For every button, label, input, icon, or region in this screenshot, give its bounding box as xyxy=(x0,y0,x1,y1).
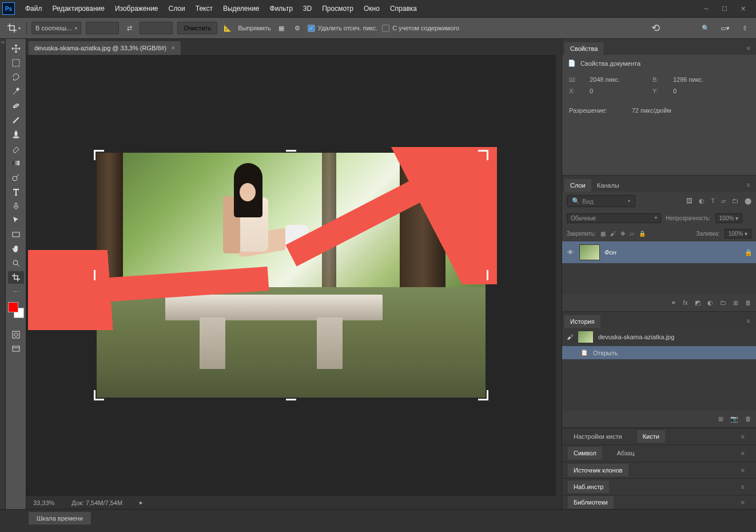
spot-healing-tool[interactable] xyxy=(8,100,24,112)
minimize-icon[interactable]: ─ xyxy=(702,5,710,13)
menu-view[interactable]: Просмотр xyxy=(317,1,358,16)
panel-menu-icon[interactable]: ≡ xyxy=(741,178,756,192)
screen-mode-tool[interactable] xyxy=(8,343,24,355)
brush-tool[interactable] xyxy=(8,114,24,126)
search-icon[interactable]: 🔍 xyxy=(700,22,711,34)
tab-timeline[interactable]: Шкала времени xyxy=(29,512,91,525)
menu-file[interactable]: Файл xyxy=(21,1,47,16)
tab-clone-source[interactable]: Источник клонов xyxy=(568,464,628,477)
close-tab-icon[interactable]: × xyxy=(171,44,175,52)
clear-button[interactable]: Очистить xyxy=(177,22,217,34)
document-tab[interactable]: devuska-skama-aziatka.jpg @ 33,3% (RGB/8… xyxy=(29,41,181,55)
lock-transparency-icon[interactable]: ▦ xyxy=(600,231,606,237)
filter-adjust-icon[interactable]: ◐ xyxy=(699,197,705,205)
menu-layer[interactable]: Слои xyxy=(164,1,190,16)
menu-filter[interactable]: Фильтр xyxy=(265,1,297,16)
filter-shape-icon[interactable]: ▱ xyxy=(721,197,726,205)
opacity-input[interactable]: 100% ▾ xyxy=(715,213,742,223)
mask-icon[interactable]: ◩ xyxy=(695,299,701,307)
history-step-open[interactable]: 📋 Открыть xyxy=(562,346,756,359)
maximize-icon[interactable]: ☐ xyxy=(721,5,729,13)
layer-filter-dropdown[interactable]: 🔍 Вид▾ xyxy=(567,195,635,207)
filter-toggle-icon[interactable]: ⬤ xyxy=(745,197,751,205)
gear-icon[interactable]: ⚙ xyxy=(292,22,303,34)
zoom-level[interactable]: 33,33% xyxy=(33,499,54,506)
gradient-tool[interactable] xyxy=(8,157,24,169)
foreground-color[interactable] xyxy=(8,302,18,312)
edit-toolbar[interactable]: ⋯ xyxy=(8,285,24,298)
dodge-tool[interactable] xyxy=(8,171,24,184)
left-collapsed-panel[interactable] xyxy=(0,39,6,509)
magic-wand-tool[interactable] xyxy=(8,85,24,98)
layer-thumbnail[interactable] xyxy=(579,244,600,260)
link-layers-icon[interactable]: ⚭ xyxy=(671,299,676,307)
blend-mode-dropdown[interactable]: Обычные ▾ xyxy=(567,213,661,223)
menu-3d[interactable]: 3D xyxy=(299,1,316,16)
grid-icon[interactable]: ▦ xyxy=(276,22,287,34)
new-doc-icon[interactable]: ⊞ xyxy=(718,415,723,423)
lock-paint-icon[interactable]: 🖌 xyxy=(610,231,616,237)
color-picker[interactable] xyxy=(8,302,24,318)
tab-history[interactable]: История xyxy=(564,315,600,328)
share-icon[interactable]: ⇧ xyxy=(739,22,750,34)
lasso-tool[interactable] xyxy=(8,71,24,84)
delete-icon[interactable]: 🗑 xyxy=(745,415,751,423)
menu-type[interactable]: Текст xyxy=(191,1,217,16)
aspect-ratio-dropdown[interactable]: В соотнош...▾ xyxy=(31,22,81,34)
viewport[interactable] xyxy=(26,55,556,495)
tab-paragraph[interactable]: Абзац xyxy=(611,447,640,459)
tab-tool-presets[interactable]: Наб.инстр xyxy=(568,481,609,493)
tab-channels[interactable]: Каналы xyxy=(591,179,625,192)
panel-menu-icon[interactable]: ≡ xyxy=(741,314,756,328)
straighten-icon[interactable]: 📐 xyxy=(222,22,233,34)
delete-pixels-checkbox[interactable]: ✓Удалить отсеч. пикс. xyxy=(308,25,378,32)
canvas-image[interactable] xyxy=(97,153,486,398)
filter-smart-icon[interactable]: 🗀 xyxy=(732,197,738,205)
crop-tool[interactable] xyxy=(8,271,24,284)
crop-tool-icon[interactable]: ▾ xyxy=(6,21,22,35)
layer-background[interactable]: 👁 Фон 🔒 xyxy=(562,241,756,263)
menu-edit[interactable]: Редактирование xyxy=(48,1,109,16)
menu-help[interactable]: Справка xyxy=(385,1,421,16)
visibility-icon[interactable]: 👁 xyxy=(566,249,575,256)
status-more-icon[interactable]: ▸ xyxy=(140,499,143,506)
fill-input[interactable]: 100% ▾ xyxy=(725,229,751,239)
panel-menu-icon[interactable]: ≡ xyxy=(735,430,750,443)
marquee-tool[interactable] xyxy=(8,57,24,69)
tab-character[interactable]: Символ xyxy=(568,447,602,459)
eraser-tool[interactable] xyxy=(8,142,24,155)
lock-artboard-icon[interactable]: ▱ xyxy=(630,231,634,237)
path-selection-tool[interactable] xyxy=(8,214,24,227)
history-brush-icon[interactable]: 🖌 xyxy=(567,334,573,340)
tab-libraries[interactable]: Библиотеки xyxy=(568,496,614,509)
menu-window[interactable]: Окно xyxy=(359,1,384,16)
zoom-tool[interactable] xyxy=(8,257,24,269)
panel-menu-icon[interactable]: ≡ xyxy=(735,495,750,509)
panel-menu-icon[interactable]: ≡ xyxy=(735,480,750,494)
lock-all-icon[interactable]: 🔒 xyxy=(639,231,646,237)
delete-icon[interactable]: 🗑 xyxy=(745,299,751,307)
tab-layers[interactable]: Слои xyxy=(564,179,591,192)
quick-mask-tool[interactable] xyxy=(8,328,24,341)
lock-icon[interactable]: 🔒 xyxy=(745,249,753,256)
snapshot-icon[interactable]: 📷 xyxy=(730,415,738,423)
fx-icon[interactable]: fx xyxy=(683,299,688,307)
tab-brushes[interactable]: Кисти xyxy=(637,430,665,443)
tab-brush-settings[interactable]: Настройки кисти xyxy=(568,430,628,443)
reset-icon[interactable]: ⟲ xyxy=(650,22,661,34)
panel-menu-icon[interactable]: ≡ xyxy=(735,463,750,477)
crop-width-input[interactable] xyxy=(86,22,119,34)
type-tool[interactable] xyxy=(8,185,24,198)
content-aware-checkbox[interactable]: С учетом содержимого xyxy=(382,25,459,32)
lock-position-icon[interactable]: ✥ xyxy=(620,231,625,237)
new-layer-icon[interactable]: ⊞ xyxy=(733,299,738,307)
filter-type-icon[interactable]: T xyxy=(711,197,715,205)
group-icon[interactable]: 🗀 xyxy=(720,299,726,307)
workspace-icon[interactable]: ▭▾ xyxy=(719,22,731,34)
clone-stamp-tool[interactable] xyxy=(8,128,24,141)
hand-tool[interactable] xyxy=(8,243,24,255)
rectangle-tool[interactable] xyxy=(8,228,24,241)
menu-select[interactable]: Выделение xyxy=(218,1,264,16)
panel-menu-icon[interactable]: ≡ xyxy=(741,41,756,55)
close-icon[interactable]: ✕ xyxy=(739,5,747,13)
